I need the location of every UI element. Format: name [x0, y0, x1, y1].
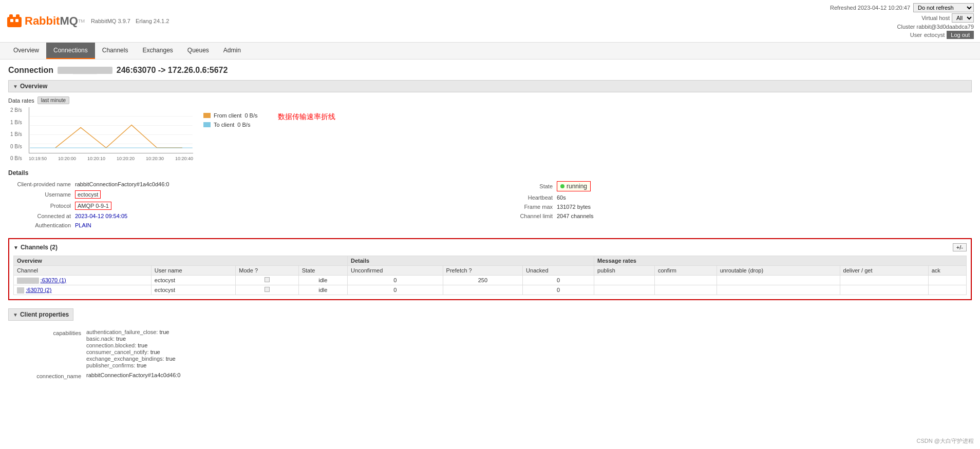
refreshed-label: Refreshed 2023-04-12 10:20:47 [830, 5, 910, 11]
channels-section: ▼ Channels (2) +/- Overview Details Mess… [8, 238, 972, 300]
nav-queues[interactable]: Queues [180, 43, 216, 59]
nav-channels[interactable]: Channels [95, 43, 136, 59]
connection-title: Connection ██████ 246:63070 -> 172.26.0.… [8, 66, 972, 75]
detail-label-client-name: Client-provided name [8, 181, 75, 187]
vhost-select[interactable]: All [952, 13, 974, 23]
channels-table-body: ██████ :63070 (1) ectocyst idle 0 250 0 [14, 276, 967, 295]
channels-message-rates-group-header: Message rates [594, 256, 967, 266]
channels-section-toggle[interactable]: ▼ Channels (2) [13, 244, 58, 251]
channel-2-ip-blurred: ██ [17, 287, 24, 293]
chart-area: 2 B/s 1 B/s 1 B/s 0 B/s 0 B/s [8, 107, 972, 161]
connection-name-value: rabbitConnectionFactory#1a4c0d46:0 [86, 372, 972, 379]
detail-value-client-name: rabbitConnectionFactory#1a4c0d46:0 [75, 181, 169, 187]
col-unacked: Unacked [523, 266, 594, 276]
detail-row-client-name: Client-provided name rabbitConnectionFac… [8, 180, 490, 189]
channel-2-state: idle [298, 285, 347, 295]
state-dot-icon [560, 184, 564, 188]
channel-2-username: ectocyst [151, 285, 236, 295]
detail-row-protocol: Protocol AMQP 0-9-1 [8, 200, 490, 211]
channel-2-prefetch [443, 285, 523, 295]
col-deliver: deliver / get [840, 266, 928, 276]
cluster-label: Cluster [897, 24, 915, 30]
user-value: ectocyst [924, 32, 945, 38]
data-rates: Data rates last minute 2 B/s 1 B/s 1 B/s… [8, 96, 972, 161]
data-rates-chart [29, 107, 193, 153]
channel-1-link[interactable]: :63070 (1) [41, 277, 66, 283]
col-username: User name [151, 266, 236, 276]
detail-value-frame-max: 131072 bytes [557, 204, 591, 210]
version-rabbitmq: RabbitMQ 3.9.7 [91, 18, 130, 24]
col-state: State [298, 266, 347, 276]
legend-from-client: From client 0 B/s [203, 112, 257, 119]
detail-value-username: ectocyst [75, 190, 101, 199]
last-minute-badge: last minute [37, 96, 69, 104]
brand-mq: MQ [60, 14, 78, 28]
overview-section-header[interactable]: ▼ Overview [8, 80, 972, 92]
cap-key-exchange: exchange_exchange_bindings: [86, 356, 164, 362]
nav-exchanges[interactable]: Exchanges [135, 43, 180, 59]
legend-to-client-value: 0 B/s [237, 122, 250, 128]
channel-2-ack [928, 285, 966, 295]
chart-wrapper: 2 B/s 1 B/s 1 B/s 0 B/s 0 B/s [29, 107, 193, 161]
version-erlang: Erlang 24.1.2 [136, 18, 169, 24]
client-props-title: Client properties [20, 311, 69, 318]
vhost-row: Virtual host All [830, 13, 974, 23]
cap-key-consumer: consumer_cancel_notify: [86, 349, 149, 355]
cap-val-publisher: true [137, 362, 146, 368]
detail-label-username: Username [8, 191, 75, 198]
connection-name-label: connection_name [8, 372, 85, 379]
channel-1-unconfirmed: 0 [348, 276, 443, 285]
data-rates-text: Data rates [8, 97, 34, 104]
channels-group-header-row: Overview Details Message rates [14, 256, 967, 266]
channel-1-name: ██████ :63070 (1) [14, 276, 152, 285]
user-row: User ectocyst Log out [830, 31, 974, 39]
logout-button[interactable]: Log out [947, 31, 974, 39]
connection-name-row: connection_name rabbitConnectionFactory#… [8, 372, 972, 379]
channel-2-confirm [654, 285, 717, 295]
detail-label-heartbeat: Heartbeat [490, 194, 557, 201]
detail-row-state: State running [490, 180, 972, 193]
nav-connections[interactable]: Connections [46, 43, 95, 59]
details-left: Client-provided name rabbitConnectionFac… [8, 180, 490, 230]
channels-col-header-row: Channel User name Mode ? State Unconfirm… [14, 266, 967, 276]
nav-admin[interactable]: Admin [216, 43, 248, 59]
capabilities-values: authentication_failure_close: true basic… [86, 329, 972, 369]
connection-label: Connection [8, 66, 53, 75]
connection-ip-blurred: ██████ [58, 67, 112, 74]
details-grid: Client-provided name rabbitConnectionFac… [8, 180, 972, 230]
cap-val-exchange: true [166, 356, 176, 362]
channels-table: Overview Details Message rates Channel U… [13, 256, 967, 295]
channels-plus-minus-button[interactable]: +/- [953, 243, 967, 251]
legend-to-client: To client 0 B/s [203, 122, 257, 128]
channels-arrow-icon: ▼ [13, 245, 18, 250]
nav-overview[interactable]: Overview [6, 43, 46, 59]
channel-1-unroutable [717, 276, 840, 285]
channel-2-link[interactable]: :63070 (2) [26, 287, 51, 293]
legend-from-client-value: 0 B/s [244, 112, 257, 119]
col-mode: Mode ? [236, 266, 298, 276]
detail-value-protocol: AMQP 0-9-1 [75, 202, 111, 210]
chart-y-labels: 2 B/s 1 B/s 1 B/s 0 B/s 0 B/s [10, 107, 22, 161]
detail-row-connected-at: Connected at 2023-04-12 09:54:05 [8, 211, 490, 221]
main-content: Connection ██████ 246:63070 -> 172.26.0.… [0, 60, 980, 394]
detail-row-channel-limit: Channel limit 2047 channels [490, 211, 972, 221]
table-row: ██████ :63070 (1) ectocyst idle 0 250 0 [14, 276, 967, 285]
col-unroutable: unroutable (drop) [717, 266, 840, 276]
client-props-arrow-icon: ▼ [13, 312, 18, 318]
detail-label-state: State [490, 183, 557, 189]
detail-label-protocol: Protocol [8, 203, 75, 209]
channel-2-mode [236, 285, 298, 295]
col-publish: publish [594, 266, 655, 276]
channel-1-confirm [654, 276, 717, 285]
client-props-section-header[interactable]: ▼ Client properties [8, 308, 73, 321]
client-props-content: capabilities authentication_failure_clos… [8, 329, 972, 379]
refresh-select[interactable]: Do not refresh Every 5 seconds Every 10 … [913, 3, 974, 12]
connection-address: 246:63070 -> 172.26.0.6:5672 [117, 66, 228, 75]
detail-row-username: Username ectocyst [8, 189, 490, 200]
channel-2-mode-icon [265, 287, 270, 292]
channel-2-unroutable [717, 285, 840, 295]
details-section: Details Client-provided name rabbitConne… [8, 169, 972, 230]
detail-value-auth: PLAIN [75, 222, 91, 228]
client-properties-section: ▼ Client properties capabilities authent… [8, 308, 972, 379]
detail-value-connected-at: 2023-04-12 09:54:05 [75, 213, 127, 219]
